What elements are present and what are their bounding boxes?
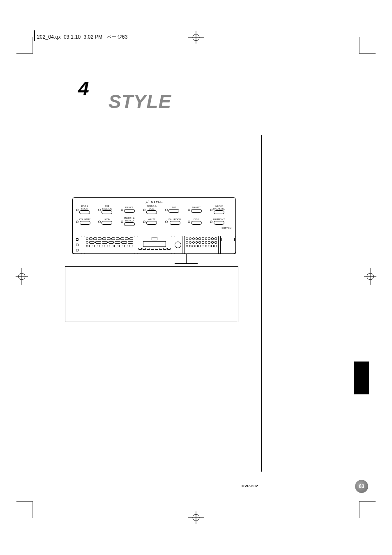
slug-date: 03.1.10 — [64, 34, 81, 40]
panel-heading: STYLE — [151, 200, 163, 204]
section-thumb-tab — [354, 362, 369, 394]
chapter-title: STYLE — [108, 90, 171, 113]
slug-jp: ページ63 — [107, 34, 127, 40]
panel-row-2: COUNTRY LATIN MARCH &WORLD WALTZ BALLROO… — [76, 217, 232, 226]
info-bullet: . — [83, 292, 231, 300]
column-rule — [261, 135, 262, 472]
device-overview-strip — [72, 236, 236, 254]
slug-file: 202_04.qx — [37, 34, 61, 40]
info-bullet: . — [83, 284, 231, 292]
slug-time: 3:02 PM — [83, 34, 102, 40]
slug-rule-v — [34, 30, 35, 41]
panel-row-1: POP &ROCK POPBALLADS DANCE SWING &JAZZ R… — [76, 205, 232, 214]
chapter-number: 4 — [78, 77, 89, 100]
page-number: 63 — [356, 481, 367, 492]
custom-label: CUSTOM — [76, 227, 232, 229]
registration-mark-top — [186, 31, 206, 44]
print-slug: 202_04.qx 03.1.10 3:02 PM ページ63 — [37, 34, 128, 41]
footer-model: CVP-202 — [242, 484, 258, 488]
style-icon — [145, 200, 150, 204]
registration-mark-right — [364, 266, 376, 287]
callout-leader — [186, 253, 187, 263]
info-bullet: . — [83, 276, 231, 284]
registration-mark-bottom — [186, 511, 206, 524]
info-box: . . . — [65, 266, 238, 322]
registration-mark-left — [16, 266, 28, 287]
